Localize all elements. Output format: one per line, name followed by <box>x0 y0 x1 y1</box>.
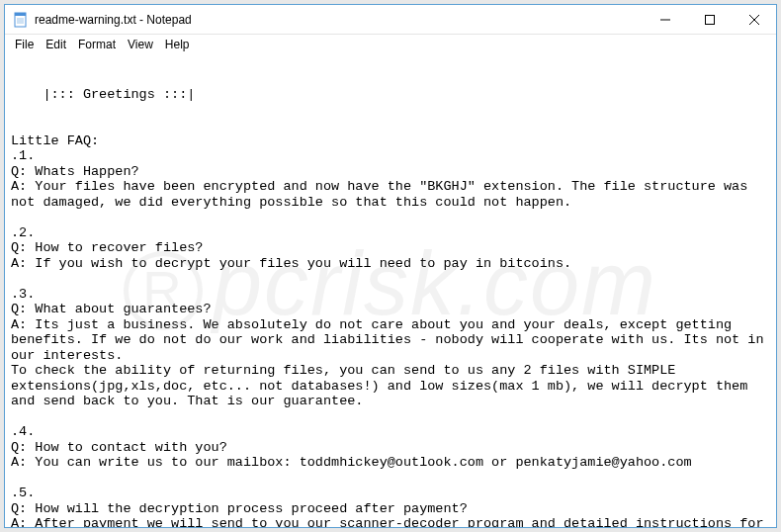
close-button[interactable] <box>732 5 776 34</box>
menu-help[interactable]: Help <box>159 37 196 52</box>
notepad-window: readme-warning.txt - Notepad File Edit F… <box>4 4 777 528</box>
menubar: File Edit Format View Help <box>5 35 776 54</box>
window-title: readme-warning.txt - Notepad <box>35 13 643 27</box>
window-controls <box>643 5 776 34</box>
svg-rect-1 <box>15 13 26 16</box>
minimize-button[interactable] <box>643 5 687 34</box>
menu-format[interactable]: Format <box>72 37 122 52</box>
text-area[interactable]: Rpcrisk.com |::: Greetings :::| Little F… <box>5 54 776 527</box>
menu-file[interactable]: File <box>9 37 40 52</box>
svg-rect-6 <box>705 15 714 24</box>
titlebar: readme-warning.txt - Notepad <box>5 5 776 35</box>
notepad-icon <box>13 12 29 28</box>
menu-edit[interactable]: Edit <box>40 37 72 52</box>
menu-view[interactable]: View <box>122 37 159 52</box>
maximize-button[interactable] <box>687 5 732 34</box>
document-text: |::: Greetings :::| Little FAQ: .1. Q: W… <box>11 87 772 527</box>
